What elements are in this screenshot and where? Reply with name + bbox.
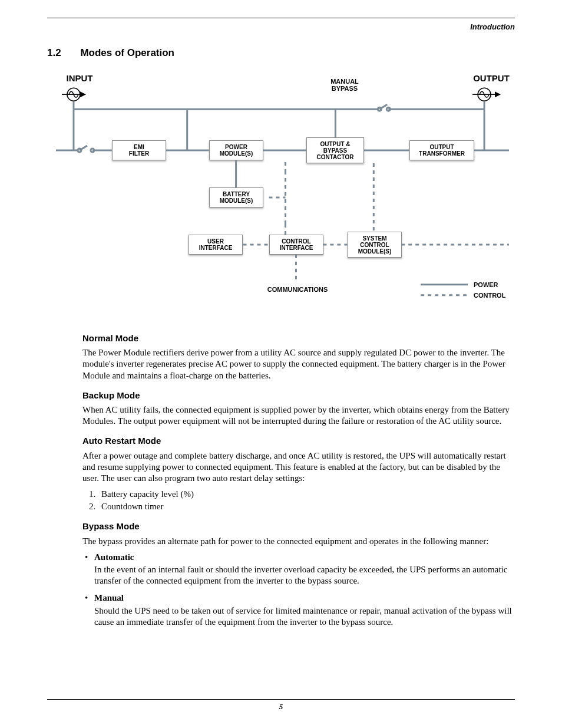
bypass-mode-heading: Bypass Mode	[82, 521, 515, 532]
bottom-rule	[47, 699, 515, 700]
section-heading: 1.2 Modes of Operation	[47, 47, 515, 59]
page-number: 5	[0, 702, 562, 711]
auto-restart-heading: Auto Restart Mode	[82, 435, 515, 446]
bypass-manual-label: Manual	[94, 592, 515, 604]
auto-item-2: Countdown timer	[98, 501, 515, 512]
bypass-manual-body: Should the UPS need to be taken out of s…	[94, 606, 512, 627]
backup-mode-body: When AC utility fails, the connected equ…	[82, 404, 515, 427]
auto-restart-list: Battery capacity level (%) Countdown tim…	[82, 489, 515, 512]
modes-diagram: INPUT OUTPUT MANUAL BYPASS EMI FILTER PO…	[56, 71, 515, 318]
normal-mode-body: The Power Module rectifiers derive power…	[82, 347, 515, 381]
bypass-automatic: Automatic In the event of an internal fa…	[94, 552, 515, 587]
bypass-list: Automatic In the event of an internal fa…	[82, 552, 515, 628]
top-rule	[47, 18, 515, 18]
bypass-automatic-body: In the event of an internal fault or sho…	[94, 565, 507, 585]
bypass-manual: Manual Should the UPS need to be taken o…	[94, 592, 515, 628]
normal-mode-heading: Normal Mode	[82, 332, 515, 344]
auto-restart-body: After a power outage and complete batter…	[82, 450, 515, 485]
bypass-mode-lead: The bypass provides an alternate path fo…	[82, 536, 515, 547]
bypass-automatic-label: Automatic	[94, 552, 515, 563]
backup-mode-heading: Backup Mode	[82, 390, 515, 401]
section-title: Modes of Operation	[80, 47, 174, 58]
breadcrumb: Introduction	[470, 22, 515, 31]
diagram-svg	[56, 71, 515, 318]
section-number: 1.2	[47, 47, 61, 59]
auto-item-1: Battery capacity level (%)	[98, 489, 515, 500]
